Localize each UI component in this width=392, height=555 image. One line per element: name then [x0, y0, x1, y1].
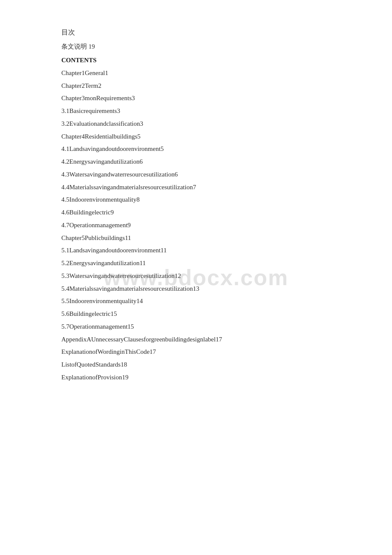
subtitle-line: 条文说明 19 [61, 41, 331, 53]
section52-text: 5.2Energysavingandutilization11 [61, 260, 146, 266]
section44-text: 4.4Materialssavingandmaterialsresourcesu… [61, 184, 196, 191]
chapter2-line: Chapter2Term2 [61, 80, 331, 92]
section32-line: 3.2Evaluationandclassification3 [61, 118, 331, 130]
subtitle-text: 条文说明 19 [61, 43, 95, 50]
list-quoted-line: ListofQuotedStandards18 [61, 359, 331, 371]
section41-text: 4.1Landsavingandoutdoorenvironment5 [61, 145, 164, 152]
chapter4-line: Chapter4Residentialbuildings5 [61, 131, 331, 143]
chapter1-text: Chapter1General1 [61, 69, 108, 76]
section42-text: 4.2Energysavingandutilization6 [61, 158, 143, 165]
section53-text: 5.3Watersavingandwaterresourcesutilizati… [61, 272, 181, 279]
explanation-provision-text: ExplanationofProvision19 [61, 374, 129, 381]
appendixA-text: AppendixAUnnecessaryClausesforgreenbuild… [61, 336, 222, 343]
section46-line: 4.6Buildingelectric9 [61, 207, 331, 219]
contents-header-line: CONTENTS [61, 54, 331, 66]
section45-text: 4.5Indoorenvironmentquality8 [61, 196, 140, 203]
explanation-provision-line: ExplanationofProvision19 [61, 372, 331, 384]
section45-line: 4.5Indoorenvironmentquality8 [61, 194, 331, 206]
section42-line: 4.2Energysavingandutilization6 [61, 156, 331, 168]
toc-content: 目次 条文说明 19 CONTENTS Chapter1General1 Cha… [61, 26, 331, 384]
chapter4-text: Chapter4Residentialbuildings5 [61, 133, 141, 140]
section43-text: 4.3Watersavingandwaterresourcesutilizati… [61, 171, 178, 178]
chinese-title-line: 目次 [61, 26, 331, 39]
section54-text: 5.4Materialssavingandmaterialsresourcesu… [61, 285, 199, 292]
section46-text: 4.6Buildingelectric9 [61, 209, 114, 216]
appendixA-line: AppendixAUnnecessaryClausesforgreenbuild… [61, 334, 331, 346]
list-quoted-text: ListofQuotedStandards18 [61, 361, 127, 368]
section41-line: 4.1Landsavingandoutdoorenvironment5 [61, 143, 331, 155]
section56-line: 5.6Buildingelectric15 [61, 308, 331, 320]
section31-line: 3.1Basicrequirements3 [61, 105, 331, 117]
chapter5-text: Chapter5Publicbuildings11 [61, 234, 131, 241]
explanation-wording-line: ExplanationofWordinginThisCode17 [61, 346, 331, 358]
chinese-title-text: 目次 [61, 29, 75, 36]
section51-line: 5.1Landsavingandoutdoorenvironment11 [61, 245, 331, 257]
section47-text: 4.7Operationmanagement9 [61, 222, 131, 228]
section53-line: 5.3Watersavingandwaterresourcesutilizati… [61, 270, 331, 282]
explanation-wording-text: ExplanationofWordinginThisCode17 [61, 348, 156, 355]
section31-text: 3.1Basicrequirements3 [61, 107, 120, 114]
page-container: www.bdocx.com 目次 条文说明 19 CONTENTS Chapte… [0, 0, 392, 555]
section55-line: 5.5Indoorenvironmentquality14 [61, 295, 331, 307]
chapter2-text: Chapter2Term2 [61, 82, 101, 89]
chapter3-text: Chapter3monRequirements3 [61, 95, 135, 101]
section51-text: 5.1Landsavingandoutdoorenvironment11 [61, 247, 167, 254]
section57-text: 5.7Operationmanagement15 [61, 323, 134, 330]
section47-line: 4.7Operationmanagement9 [61, 220, 331, 231]
contents-header-text: CONTENTS [61, 57, 97, 64]
section55-text: 5.5Indoorenvironmentquality14 [61, 298, 143, 304]
chapter1-line: Chapter1General1 [61, 67, 331, 79]
chapter3-line: Chapter3monRequirements3 [61, 92, 331, 104]
chapter5-line: Chapter5Publicbuildings11 [61, 232, 331, 244]
section44-line: 4.4Materialssavingandmaterialsresourcesu… [61, 182, 331, 194]
section56-text: 5.6Buildingelectric15 [61, 310, 117, 317]
section52-line: 5.2Energysavingandutilization11 [61, 257, 331, 269]
section54-line: 5.4Materialssavingandmaterialsresourcesu… [61, 283, 331, 295]
section57-line: 5.7Operationmanagement15 [61, 321, 331, 333]
section43-line: 4.3Watersavingandwaterresourcesutilizati… [61, 169, 331, 181]
section32-text: 3.2Evaluationandclassification3 [61, 120, 143, 127]
